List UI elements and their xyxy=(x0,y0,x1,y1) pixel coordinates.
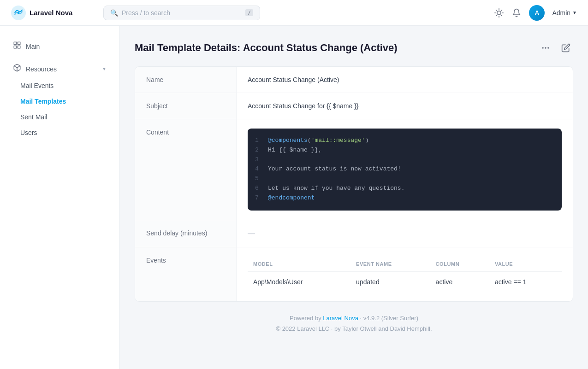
svg-point-16 xyxy=(542,47,543,48)
notification-bell-icon[interactable] xyxy=(511,8,522,18)
events-table-header-row: MODEL EVENT NAME COLUMN VALUE xyxy=(248,257,562,272)
sidebar-main-section: Main xyxy=(0,37,119,56)
page-title: Mail Template Details: Account Status Ch… xyxy=(135,42,398,54)
sidebar-item-sent-mail[interactable]: Sent Mail xyxy=(15,110,112,124)
events-table-body: App\Models\User updated active active ==… xyxy=(248,271,562,292)
footer-line-1: Powered by Laravel Nova · v4.9.2 (Silver… xyxy=(146,313,562,323)
svg-rect-11 xyxy=(14,42,16,44)
sidebar: Main Resources ▼ Mail Events Mail Templa xyxy=(0,26,120,369)
code-block: 1 @components('mail::message') 2 Hi {{ $… xyxy=(248,129,562,211)
events-table-head: MODEL EVENT NAME COLUMN VALUE xyxy=(248,257,562,272)
event-model: App\Models\User xyxy=(248,271,350,292)
send-delay-value: — xyxy=(237,220,573,247)
col-column: COLUMN xyxy=(430,257,489,272)
event-name: updated xyxy=(350,271,430,292)
svg-point-18 xyxy=(548,47,549,48)
search-bar[interactable]: 🔍 Press / to search / xyxy=(103,6,260,20)
name-row: Name Account Status Change (Active) xyxy=(135,67,573,93)
main-content: Mail Template Details: Account Status Ch… xyxy=(120,26,588,369)
footer-line-2: © 2022 Laravel LLC · by Taylor Otwell an… xyxy=(146,323,562,334)
col-model: MODEL xyxy=(248,257,350,272)
sidebar-main-label: Main xyxy=(26,43,40,50)
admin-menu[interactable]: Admin ▼ xyxy=(552,9,577,17)
svg-line-6 xyxy=(502,15,502,16)
theme-toggle-icon[interactable] xyxy=(494,8,504,18)
subject-value: Account Status Change for {{ $name }} xyxy=(237,93,573,119)
more-actions-button[interactable] xyxy=(538,41,553,55)
svg-rect-13 xyxy=(14,46,16,48)
detail-card: Name Account Status Change (Active) Subj… xyxy=(135,66,573,302)
send-delay-label: Send delay (minutes) xyxy=(135,220,237,247)
event-column: active xyxy=(430,271,489,292)
events-table: MODEL EVENT NAME COLUMN VALUE App\Models… xyxy=(248,257,562,292)
name-value: Account Status Change (Active) xyxy=(237,67,573,93)
grid-icon xyxy=(13,41,21,52)
page-actions xyxy=(538,41,573,55)
sidebar-item-users[interactable]: Users xyxy=(15,125,112,140)
chevron-down-icon: ▼ xyxy=(572,10,577,15)
code-line-6: 6 Let us know if you have any questions. xyxy=(255,184,554,193)
subject-row: Subject Account Status Change for {{ $na… xyxy=(135,93,573,119)
version-text: · v4.9.2 (Silver Surfer) xyxy=(360,315,418,322)
sidebar-item-mail-events[interactable]: Mail Events xyxy=(15,78,112,93)
sidebar-resources-label: Resources xyxy=(26,65,57,73)
edit-button[interactable] xyxy=(558,41,573,55)
subject-label: Subject xyxy=(135,93,237,119)
svg-line-9 xyxy=(496,15,497,16)
nova-link[interactable]: Laravel Nova xyxy=(323,315,358,322)
events-label: Events xyxy=(135,247,237,301)
powered-by-text: Powered by xyxy=(290,315,321,322)
avatar: A xyxy=(529,5,545,21)
sidebar-item-main[interactable]: Main xyxy=(7,37,112,56)
page-header: Mail Template Details: Account Status Ch… xyxy=(135,41,573,55)
svg-point-2 xyxy=(497,11,501,14)
svg-rect-14 xyxy=(18,46,20,48)
code-line-1: 1 @components('mail::message') xyxy=(255,136,554,146)
name-label: Name xyxy=(135,67,237,93)
code-line-2: 2 Hi {{ $name }}, xyxy=(255,146,554,155)
admin-name: Admin xyxy=(552,9,570,17)
events-value: MODEL EVENT NAME COLUMN VALUE App\Models… xyxy=(237,247,573,301)
svg-line-10 xyxy=(502,10,502,10)
col-event-name: EVENT NAME xyxy=(350,257,430,272)
send-delay-row: Send delay (minutes) — xyxy=(135,220,573,247)
layout: Main Resources ▼ Mail Events Mail Templa xyxy=(0,26,588,369)
sidebar-resources-section: Resources ▼ Mail Events Mail Templates S… xyxy=(0,59,119,140)
logo-icon xyxy=(11,6,26,20)
svg-rect-12 xyxy=(18,42,20,44)
search-placeholder: Press / to search xyxy=(122,9,170,17)
header-right: A Admin ▼ xyxy=(494,5,577,21)
svg-line-5 xyxy=(496,10,497,10)
events-row: Events MODEL EVENT NAME COLUMN VALUE xyxy=(135,247,573,301)
sidebar-subitems: Mail Events Mail Templates Sent Mail Use… xyxy=(7,78,112,140)
app-name: Laravel Nova xyxy=(30,9,72,17)
sidebar-resources-header[interactable]: Resources ▼ xyxy=(7,59,112,78)
table-row: App\Models\User updated active active ==… xyxy=(248,271,562,292)
send-delay-dash: — xyxy=(248,229,255,237)
chevron-down-icon: ▼ xyxy=(102,66,107,71)
content-label: Content xyxy=(135,119,237,220)
event-value: active == 1 xyxy=(489,271,562,292)
search-slash-badge: / xyxy=(245,9,253,16)
code-line-3: 3 xyxy=(255,155,554,165)
code-line-5: 5 xyxy=(255,174,554,184)
svg-point-1 xyxy=(18,12,20,14)
content-value: 1 @components('mail::message') 2 Hi {{ $… xyxy=(237,119,573,220)
content-row: Content 1 @components('mail::message') 2… xyxy=(135,119,573,220)
search-icon: 🔍 xyxy=(110,9,118,17)
logo-area: Laravel Nova xyxy=(11,6,103,20)
package-icon xyxy=(13,64,21,74)
svg-point-17 xyxy=(545,47,546,48)
code-line-7: 7 @endcomponent xyxy=(255,193,554,203)
code-line-4: 4 Your account status is now activated! xyxy=(255,164,554,174)
sidebar-item-mail-templates[interactable]: Mail Templates xyxy=(15,94,112,109)
header: Laravel Nova 🔍 Press / to search / xyxy=(0,0,588,26)
col-value: VALUE xyxy=(489,257,562,272)
footer: Powered by Laravel Nova · v4.9.2 (Silver… xyxy=(135,302,573,346)
